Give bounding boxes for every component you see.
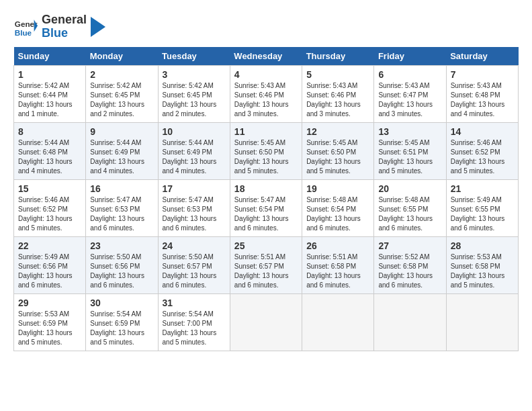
day-number: 23 (90, 240, 153, 251)
calendar-cell: 11 Sunrise: 5:45 AMSunset: 6:50 PMDaylig… (230, 122, 302, 179)
calendar-cell: 7 Sunrise: 5:43 AMSunset: 6:48 PMDayligh… (446, 65, 518, 122)
calendar-cell: 5 Sunrise: 5:43 AMSunset: 6:46 PMDayligh… (302, 65, 374, 122)
day-number: 1 (18, 69, 81, 80)
cell-info: Sunrise: 5:43 AMSunset: 6:46 PMDaylight:… (306, 82, 361, 118)
day-number: 15 (18, 183, 81, 194)
calendar-cell: 4 Sunrise: 5:43 AMSunset: 6:46 PMDayligh… (230, 65, 302, 122)
calendar-cell (374, 293, 446, 351)
day-header-thursday: Thursday (302, 47, 374, 66)
cell-info: Sunrise: 5:48 AMSunset: 6:54 PMDaylight:… (306, 196, 361, 232)
day-number: 5 (306, 69, 369, 80)
day-number: 8 (18, 126, 81, 137)
cell-info: Sunrise: 5:46 AMSunset: 6:52 PMDaylight:… (451, 139, 505, 175)
cell-info: Sunrise: 5:50 AMSunset: 6:57 PMDaylight:… (163, 253, 217, 289)
calendar-cell: 26 Sunrise: 5:51 AMSunset: 6:58 PMDaylig… (302, 236, 374, 293)
cell-info: Sunrise: 5:53 AMSunset: 6:58 PMDaylight:… (451, 253, 505, 289)
cell-info: Sunrise: 5:54 AMSunset: 6:59 PMDaylight:… (90, 310, 144, 346)
calendar-cell: 17 Sunrise: 5:47 AMSunset: 6:53 PMDaylig… (158, 179, 230, 236)
cell-info: Sunrise: 5:47 AMSunset: 6:53 PMDaylight:… (163, 196, 217, 232)
cell-info: Sunrise: 5:52 AMSunset: 6:58 PMDaylight:… (378, 253, 433, 289)
cell-info: Sunrise: 5:43 AMSunset: 6:46 PMDaylight:… (234, 82, 289, 118)
calendar-cell (446, 293, 518, 351)
calendar-week-row: 22 Sunrise: 5:49 AMSunset: 6:56 PMDaylig… (14, 236, 519, 293)
day-number: 10 (163, 126, 226, 137)
calendar-cell: 20 Sunrise: 5:48 AMSunset: 6:55 PMDaylig… (374, 179, 446, 236)
cell-info: Sunrise: 5:50 AMSunset: 6:56 PMDaylight:… (90, 253, 144, 289)
cell-info: Sunrise: 5:54 AMSunset: 7:00 PMDaylight:… (163, 310, 217, 346)
calendar-cell: 25 Sunrise: 5:51 AMSunset: 6:57 PMDaylig… (230, 236, 302, 293)
day-number: 31 (163, 298, 226, 308)
day-number: 26 (306, 240, 369, 251)
day-number: 4 (234, 69, 298, 80)
logo-icon: General Blue (13, 15, 38, 39)
calendar-week-row: 8 Sunrise: 5:44 AMSunset: 6:48 PMDayligh… (14, 122, 519, 179)
calendar-cell: 29 Sunrise: 5:53 AMSunset: 6:59 PMDaylig… (14, 293, 86, 351)
day-number: 13 (378, 126, 441, 137)
calendar-cell: 31 Sunrise: 5:54 AMSunset: 7:00 PMDaylig… (158, 293, 230, 351)
calendar-cell: 2 Sunrise: 5:42 AMSunset: 6:45 PMDayligh… (86, 65, 158, 122)
day-header-saturday: Saturday (446, 47, 518, 66)
calendar-cell: 30 Sunrise: 5:54 AMSunset: 6:59 PMDaylig… (86, 293, 158, 351)
day-header-wednesday: Wednesday (230, 47, 302, 66)
calendar-cell: 22 Sunrise: 5:49 AMSunset: 6:56 PMDaylig… (14, 236, 86, 293)
day-number: 7 (451, 69, 514, 80)
cell-info: Sunrise: 5:45 AMSunset: 6:50 PMDaylight:… (234, 139, 289, 175)
calendar-cell: 28 Sunrise: 5:53 AMSunset: 6:58 PMDaylig… (446, 236, 518, 293)
day-header-monday: Monday (86, 47, 158, 66)
day-number: 22 (18, 240, 81, 251)
cell-info: Sunrise: 5:53 AMSunset: 6:59 PMDaylight:… (18, 310, 73, 346)
day-number: 29 (18, 298, 81, 308)
calendar-cell (230, 293, 302, 351)
calendar-cell: 18 Sunrise: 5:47 AMSunset: 6:54 PMDaylig… (230, 179, 302, 236)
cell-info: Sunrise: 5:42 AMSunset: 6:45 PMDaylight:… (163, 82, 217, 118)
calendar-cell: 13 Sunrise: 5:45 AMSunset: 6:51 PMDaylig… (374, 122, 446, 179)
day-number: 28 (451, 240, 514, 251)
cell-info: Sunrise: 5:44 AMSunset: 6:48 PMDaylight:… (18, 139, 73, 175)
cell-info: Sunrise: 5:49 AMSunset: 6:55 PMDaylight:… (451, 196, 505, 232)
cell-info: Sunrise: 5:51 AMSunset: 6:58 PMDaylight:… (306, 253, 361, 289)
calendar-cell: 1 Sunrise: 5:42 AMSunset: 6:44 PMDayligh… (14, 65, 86, 122)
calendar-cell: 24 Sunrise: 5:50 AMSunset: 6:57 PMDaylig… (158, 236, 230, 293)
calendar-cell (302, 293, 374, 351)
day-number: 25 (234, 240, 298, 251)
calendar-cell: 23 Sunrise: 5:50 AMSunset: 6:56 PMDaylig… (86, 236, 158, 293)
logo-blue-text: Blue (42, 27, 87, 40)
calendar-cell: 21 Sunrise: 5:49 AMSunset: 6:55 PMDaylig… (446, 179, 518, 236)
logo-general-text: General (42, 13, 87, 27)
day-header-sunday: Sunday (14, 47, 86, 66)
logo: General Blue General Blue (13, 13, 105, 40)
day-header-tuesday: Tuesday (158, 47, 230, 66)
day-number: 20 (378, 183, 441, 194)
calendar-cell: 3 Sunrise: 5:42 AMSunset: 6:45 PMDayligh… (158, 65, 230, 122)
calendar-cell: 10 Sunrise: 5:44 AMSunset: 6:49 PMDaylig… (158, 122, 230, 179)
day-header-friday: Friday (374, 47, 446, 66)
cell-info: Sunrise: 5:45 AMSunset: 6:51 PMDaylight:… (378, 139, 433, 175)
cell-info: Sunrise: 5:42 AMSunset: 6:44 PMDaylight:… (18, 82, 73, 118)
cell-info: Sunrise: 5:48 AMSunset: 6:55 PMDaylight:… (378, 196, 433, 232)
calendar-table: SundayMondayTuesdayWednesdayThursdayFrid… (13, 47, 519, 351)
logo-arrow-icon (91, 17, 105, 37)
day-number: 9 (90, 126, 153, 137)
day-number: 18 (234, 183, 298, 194)
cell-info: Sunrise: 5:42 AMSunset: 6:45 PMDaylight:… (90, 82, 144, 118)
cell-info: Sunrise: 5:51 AMSunset: 6:57 PMDaylight:… (234, 253, 289, 289)
day-number: 19 (306, 183, 369, 194)
calendar-cell: 19 Sunrise: 5:48 AMSunset: 6:54 PMDaylig… (302, 179, 374, 236)
day-number: 27 (378, 240, 441, 251)
calendar-cell: 14 Sunrise: 5:46 AMSunset: 6:52 PMDaylig… (446, 122, 518, 179)
cell-info: Sunrise: 5:43 AMSunset: 6:48 PMDaylight:… (451, 82, 505, 118)
day-number: 30 (90, 298, 153, 308)
cell-info: Sunrise: 5:49 AMSunset: 6:56 PMDaylight:… (18, 253, 73, 289)
page-header: General Blue General Blue (13, 13, 519, 40)
cell-info: Sunrise: 5:45 AMSunset: 6:50 PMDaylight:… (306, 139, 361, 175)
calendar-week-row: 1 Sunrise: 5:42 AMSunset: 6:44 PMDayligh… (14, 65, 519, 122)
cell-info: Sunrise: 5:44 AMSunset: 6:49 PMDaylight:… (163, 139, 217, 175)
day-number: 11 (234, 126, 298, 137)
calendar-cell: 9 Sunrise: 5:44 AMSunset: 6:49 PMDayligh… (86, 122, 158, 179)
day-number: 14 (451, 126, 514, 137)
day-number: 16 (90, 183, 153, 194)
day-number: 12 (306, 126, 369, 137)
calendar-week-row: 15 Sunrise: 5:46 AMSunset: 6:52 PMDaylig… (14, 179, 519, 236)
cell-info: Sunrise: 5:47 AMSunset: 6:54 PMDaylight:… (234, 196, 289, 232)
calendar-header-row: SundayMondayTuesdayWednesdayThursdayFrid… (14, 47, 519, 66)
